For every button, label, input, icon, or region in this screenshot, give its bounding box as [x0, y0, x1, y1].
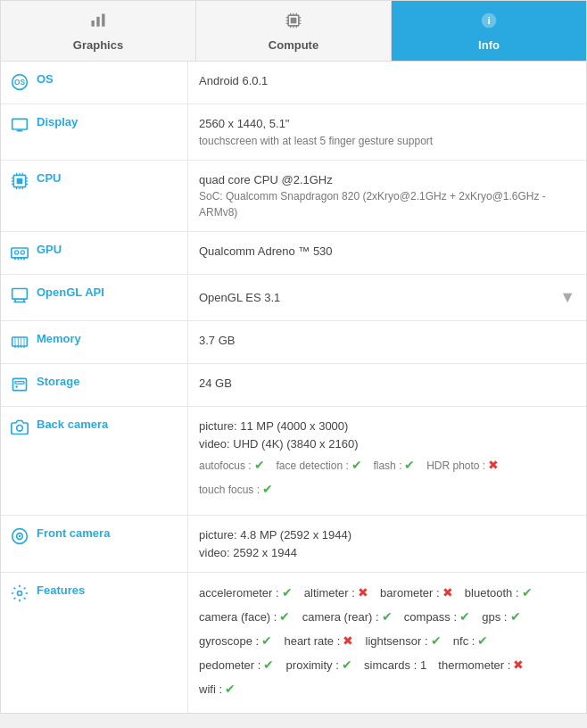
svg-rect-58 — [13, 378, 27, 390]
svg-text:i: i — [487, 14, 490, 26]
cpu-label: CPU — [1, 161, 188, 232]
tab-compute[interactable]: Compute — [196, 1, 392, 61]
memory-icon — [10, 332, 29, 352]
display-label: Display — [1, 104, 188, 160]
back-camera-row: Back camera picture: 11 MP (4000 x 3000)… — [1, 407, 586, 516]
tab-graphics-label: Graphics — [73, 38, 123, 52]
back-camera-value: picture: 11 MP (4000 x 3000) video: UHD … — [188, 407, 586, 515]
memory-label: Memory — [1, 321, 188, 363]
display-value: 2560 x 1440, 5.1" touchscreen with at le… — [188, 104, 586, 160]
svg-rect-4 — [291, 18, 297, 24]
svg-point-64 — [19, 535, 21, 538]
feat-accelerometer: accelerometer : ✔ — [199, 583, 293, 602]
display-icon — [10, 115, 29, 135]
feat-barometer: barometer : ✖ — [374, 583, 453, 602]
chip-icon — [285, 10, 302, 35]
feat-gps: gps : ✔ — [475, 608, 520, 626]
feat-camera-face: camera (face) : ✔ — [199, 608, 290, 626]
features-label: Features — [1, 573, 188, 713]
feat-altimeter: altimeter : ✖ — [298, 583, 368, 602]
svg-point-39 — [15, 251, 19, 254]
features-row: Features accelerometer : ✔ altimeter : ✖… — [1, 573, 586, 713]
front-camera-value: picture: 4.8 MP (2592 x 1944) video: 259… — [188, 516, 586, 572]
os-label: OS OS — [1, 62, 188, 103]
gpu-label: GPU — [1, 232, 188, 274]
feat-bluetooth: bluetooth : ✔ — [459, 583, 533, 602]
display-row: Display 2560 x 1440, 5.1" touchscreen wi… — [1, 104, 586, 161]
storage-icon — [10, 375, 29, 394]
svg-rect-21 — [12, 119, 28, 129]
opengl-label: OpenGL API — [1, 275, 188, 320]
info-icon: i — [480, 10, 498, 35]
feature-flash: flash : ✔ — [368, 456, 416, 475]
feature-touch-focus: touch focus : ✔ — [199, 480, 273, 499]
bar-chart-icon — [89, 10, 107, 35]
tab-bar: Graphics — [1, 1, 586, 62]
feat-wifi: wifi : ✔ — [199, 680, 236, 699]
os-row: OS OS Android 6.0.1 — [1, 62, 586, 104]
storage-row: Storage 24 GB — [1, 364, 586, 407]
back-camera-features-2: touch focus : ✔ — [199, 480, 575, 499]
features-icon — [10, 583, 29, 603]
back-camera-picture: picture: 11 MP (4000 x 3000) — [199, 418, 575, 435]
svg-rect-59 — [15, 382, 24, 385]
svg-rect-0 — [92, 21, 95, 27]
feature-row-4: pedometer : ✔ proximity : ✔ simcards : 1… — [199, 656, 575, 674]
features-value: accelerometer : ✔ altimeter : ✖ baromete… — [188, 573, 586, 713]
opengl-icon — [10, 285, 29, 305]
back-camera-icon — [10, 418, 29, 437]
os-icon: OS — [10, 72, 29, 92]
opengl-row: OpenGL API OpenGL ES 3.1 ▼ — [1, 275, 586, 321]
feat-gyroscope: gyroscope : ✔ — [199, 632, 272, 650]
svg-point-65 — [18, 592, 22, 596]
svg-rect-38 — [12, 248, 28, 258]
tab-info-label: Info — [478, 38, 500, 52]
cpu-row: CPU quad core CPU @2.1GHz SoC: Qualcomm … — [1, 161, 586, 233]
back-camera-video: video: UHD (4K) (3840 x 2160) — [199, 435, 575, 453]
svg-point-60 — [15, 385, 18, 388]
front-camera-label: Front camera — [1, 516, 188, 572]
feat-pedometer: pedometer : ✔ — [199, 656, 274, 674]
cpu-value: quad core CPU @2.1GHz SoC: Qualcomm Snap… — [188, 161, 586, 232]
svg-point-61 — [17, 426, 23, 432]
main-container: Graphics — [0, 0, 587, 714]
feature-autofocus: autofocus : ✔ — [199, 456, 265, 475]
storage-value: 24 GB — [188, 364, 586, 406]
tab-graphics[interactable]: Graphics — [1, 1, 196, 61]
svg-text:OS: OS — [14, 78, 25, 87]
tab-compute-label: Compute — [269, 38, 318, 52]
cpu-icon — [10, 171, 29, 191]
feat-simcards: simcards : 1 — [358, 657, 426, 674]
feature-row-3: gyroscope : ✔ heart rate : ✖ lightsensor… — [199, 632, 575, 650]
feat-compass: compass : ✔ — [398, 608, 470, 626]
svg-rect-25 — [17, 178, 23, 184]
feat-thermometer: thermometer : ✖ — [432, 656, 524, 674]
os-value: Android 6.0.1 — [188, 62, 586, 103]
front-camera-row: Front camera picture: 4.8 MP (2592 x 194… — [1, 516, 586, 573]
storage-label: Storage — [1, 364, 188, 406]
svg-rect-2 — [102, 14, 104, 27]
feature-face-detection: face detection : ✔ — [270, 456, 362, 475]
feat-proximity: proximity : ✔ — [279, 656, 351, 674]
gpu-value: Qualcomm Adreno ™ 530 — [188, 232, 586, 274]
svg-point-40 — [21, 251, 24, 254]
feat-nfc: nfc : ✔ — [447, 632, 489, 650]
svg-rect-45 — [12, 289, 28, 300]
feature-row-2: camera (face) : ✔ camera (rear) : ✔ comp… — [199, 608, 575, 626]
svg-rect-49 — [12, 337, 28, 346]
gpu-row: GPU Qualcomm Adreno ™ 530 — [1, 232, 586, 275]
feature-row-1: accelerometer : ✔ altimeter : ✖ baromete… — [199, 583, 575, 602]
back-camera-features-1: autofocus : ✔ face detection : ✔ flash :… — [199, 456, 575, 475]
front-camera-icon — [10, 526, 29, 546]
opengl-dropdown-arrow[interactable]: ▼ — [559, 285, 575, 310]
svg-rect-1 — [96, 17, 99, 27]
feat-heart-rate: heart rate : ✖ — [277, 632, 353, 650]
opengl-value: OpenGL ES 3.1 ▼ — [188, 275, 586, 320]
feature-hdr: HDR photo : ✖ — [420, 456, 499, 475]
memory-value: 3.7 GB — [188, 321, 586, 363]
tab-info[interactable]: i Info — [392, 1, 586, 61]
feature-row-5: wifi : ✔ — [199, 680, 575, 699]
feat-lightsensor: lightsensor : ✔ — [359, 632, 441, 650]
gpu-icon — [10, 243, 29, 262]
back-camera-label: Back camera — [1, 407, 188, 515]
